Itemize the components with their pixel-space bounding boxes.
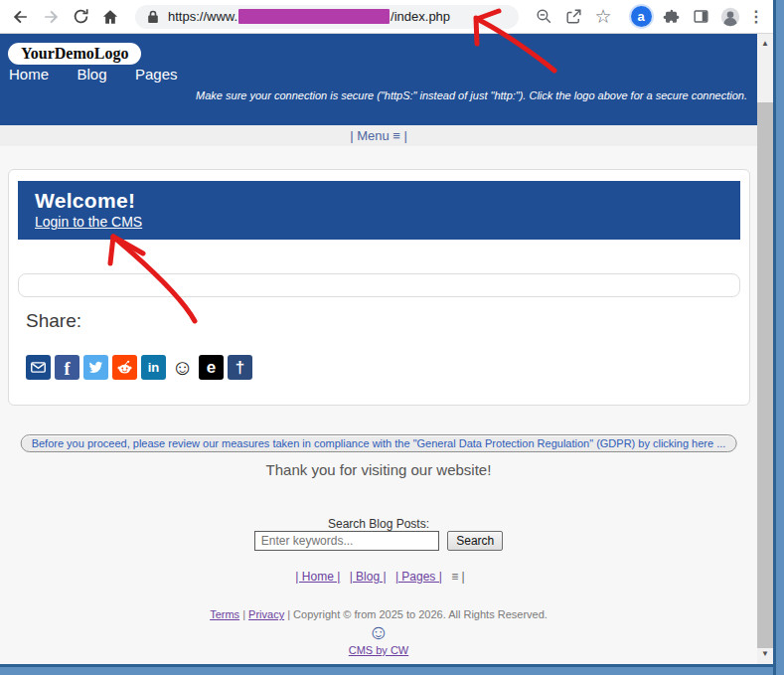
twitter-bird-icon — [87, 359, 104, 376]
search-button[interactable]: Search — [447, 531, 503, 551]
extension-a-button[interactable]: a — [626, 2, 656, 32]
content-card: Welcome! Login to the CMS Share: f in ☺ … — [8, 169, 750, 406]
window-frame-right — [773, 0, 784, 675]
zoom-out-button[interactable] — [529, 2, 558, 32]
welcome-banner: Welcome! Login to the CMS — [18, 181, 740, 240]
refresh-button[interactable] — [66, 2, 95, 32]
nav-home-link[interactable]: Home — [9, 66, 49, 83]
url-suffix: /index.php — [391, 9, 450, 24]
site-header: YourDemoLogo Home Blog Pages Make sure y… — [0, 34, 757, 125]
bottom-nav-pages-link[interactable]: | Pages | — [395, 570, 442, 584]
browser-window: https://www./index.php ☆ a ⋮ YourDemoLog — [0, 0, 784, 675]
url-text: https://www./index.php — [168, 9, 450, 24]
back-icon — [11, 7, 31, 27]
bottom-nav-home-link[interactable]: | Home | — [295, 570, 340, 584]
site-nav: Home Blog Pages — [9, 66, 202, 84]
bookmark-button[interactable]: ☆ — [588, 2, 618, 32]
browser-toolbar: https://www./index.php ☆ a ⋮ — [0, 0, 773, 34]
avatar-icon — [719, 6, 741, 28]
url-bar[interactable]: https://www./index.php — [135, 5, 519, 29]
forward-button[interactable] — [36, 2, 66, 32]
ello-share-icon[interactable]: e — [199, 355, 224, 380]
envelope-icon — [30, 359, 47, 376]
forward-icon — [41, 7, 61, 27]
nav-blog-link[interactable]: Blog — [77, 66, 106, 83]
zoom-out-icon — [535, 7, 553, 26]
welcome-title: Welcome! — [35, 189, 740, 213]
linkedin-share-icon[interactable]: in — [141, 355, 166, 380]
empty-content-well — [18, 273, 740, 297]
thank-you-text: Thank you for visiting our website! — [0, 461, 757, 478]
share-button[interactable] — [558, 2, 588, 32]
extension-a-icon: a — [631, 6, 652, 27]
search-label: Search Blog Posts: — [0, 517, 757, 531]
share-icon — [564, 7, 583, 26]
url-redaction — [238, 9, 390, 24]
reddit-alien-icon — [115, 358, 134, 377]
scrollbar[interactable]: ▲ ▼ — [757, 34, 773, 664]
privacy-link[interactable]: Privacy — [248, 608, 284, 620]
facebook-share-icon[interactable]: f — [55, 355, 79, 380]
bottom-nav-blog-link[interactable]: | Blog | — [350, 570, 387, 584]
terms-link[interactable]: Terms — [210, 608, 239, 620]
bookmark-star-icon: ☆ — [594, 7, 611, 26]
footer-smiley-icon: ☺ — [0, 620, 757, 644]
footer-line: Terms | Privacy | Copyright © from 2025 … — [0, 608, 757, 620]
footer-separator: | — [242, 608, 245, 620]
cms-by-cw-link[interactable]: CMS by CW — [349, 644, 409, 656]
extensions-button[interactable] — [656, 2, 686, 32]
search-form: Search — [0, 531, 757, 551]
side-panel-icon — [692, 7, 710, 26]
home-icon — [100, 7, 120, 27]
home-button[interactable] — [95, 2, 125, 32]
share-label: Share: — [26, 310, 81, 332]
menu-bar: | Menu ≡ | — [0, 125, 757, 146]
smiley-share-icon[interactable]: ☺ — [170, 355, 195, 380]
nav-pages-link[interactable]: Pages — [135, 66, 178, 83]
url-prefix: https://www. — [168, 9, 237, 24]
copyright-text: | Copyright © from 2025 to 2026. All Rig… — [287, 608, 548, 620]
search-input[interactable] — [254, 531, 439, 551]
kebab-menu-icon: ⋮ — [748, 9, 764, 25]
scrollbar-down-arrow[interactable]: ▼ — [757, 646, 773, 662]
profile-button[interactable] — [715, 2, 745, 32]
lock-icon — [147, 9, 159, 24]
refresh-icon — [72, 7, 90, 26]
cross-share-icon[interactable]: † — [228, 355, 252, 380]
email-share-icon[interactable] — [26, 355, 51, 380]
menu-toggle[interactable]: | Menu ≡ | — [350, 128, 407, 143]
site-logo[interactable]: YourDemoLogo — [8, 43, 141, 65]
web-page: YourDemoLogo Home Blog Pages Make sure y… — [0, 34, 757, 664]
bottom-nav: | Home | | Blog | | Pages | ≡ | — [0, 570, 757, 584]
login-cms-link[interactable]: Login to the CMS — [35, 214, 142, 230]
scrollbar-thumb[interactable] — [757, 102, 773, 648]
puzzle-icon — [662, 7, 681, 26]
share-icons-row: f in ☺ e † — [26, 355, 252, 380]
secure-connection-notice: Make sure your connection is secure ("ht… — [196, 89, 747, 101]
bottom-nav-menu-toggle[interactable]: ≡ | — [451, 570, 464, 584]
side-panel-button[interactable] — [686, 2, 715, 32]
browser-menu-button[interactable]: ⋮ — [745, 2, 767, 32]
window-frame-bottom — [0, 664, 784, 675]
twitter-share-icon[interactable] — [83, 355, 108, 380]
reddit-share-icon[interactable] — [112, 355, 137, 380]
back-button[interactable] — [6, 2, 36, 32]
gdpr-notice-button[interactable]: Before you proceed, please review our me… — [21, 434, 737, 452]
scrollbar-up-arrow[interactable]: ▲ — [757, 36, 773, 52]
